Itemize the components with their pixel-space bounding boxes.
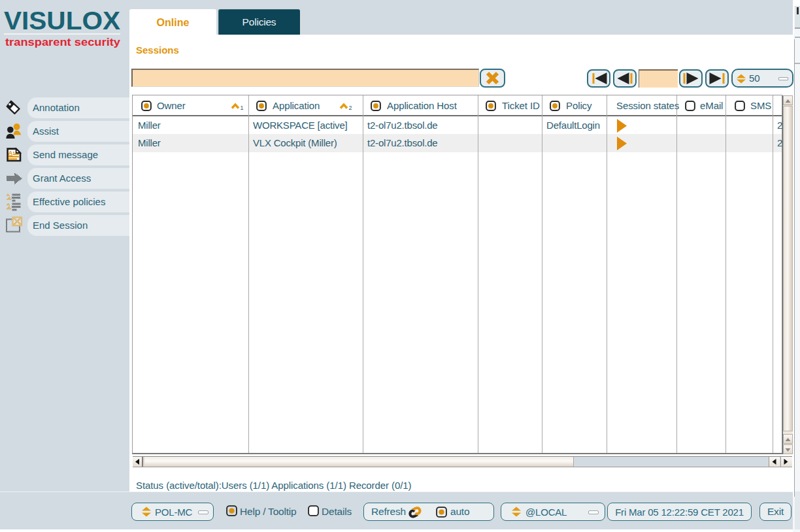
svg-text:2: 2: [349, 105, 352, 111]
svg-text:1: 1: [241, 105, 244, 111]
